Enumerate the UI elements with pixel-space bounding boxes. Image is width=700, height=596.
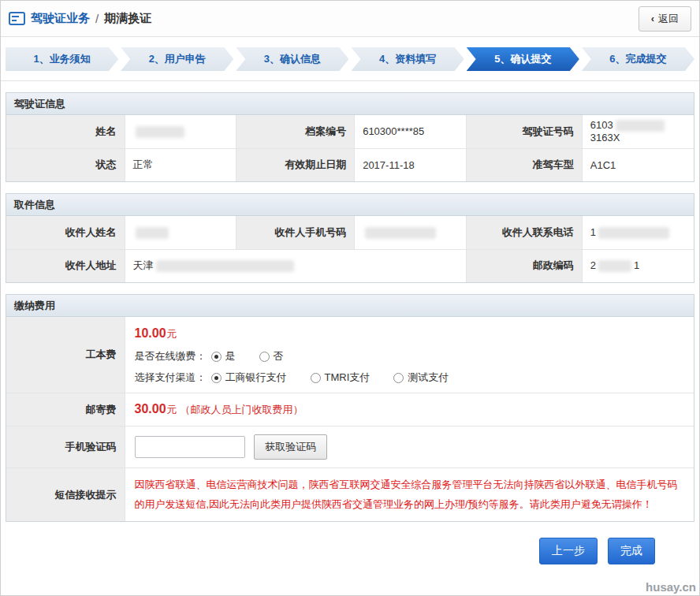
recipient-tel-value: 1 — [582, 216, 694, 249]
radio-online-pay-yes[interactable]: 是 — [211, 349, 236, 363]
recipient-name-value — [125, 216, 236, 249]
postage-value-cell: 30.00元（邮政人员上门收取费用） — [125, 393, 694, 427]
file-no-value: 610300****85 — [355, 115, 467, 148]
pickup-section-title: 取件信息 — [6, 194, 694, 216]
radio-icon — [311, 373, 321, 383]
table-row: 姓名 档案编号 610300****85 驾驶证号码 61033163X — [6, 115, 694, 148]
table-row: 邮寄费 30.00元（邮政人员上门收取费用） — [6, 393, 694, 427]
step-1-notice[interactable]: 1、业务须知 — [6, 47, 118, 71]
sms-tip-text: 因陕西省联通、电信运营商技术问题，陕西省互联网交通安全综合服务管理平台无法向持陕… — [125, 468, 694, 522]
pickup-info-section: 取件信息 收件人姓名 收件人手机号码 收件人联系电话 1 收件人地址 天津 邮政… — [6, 193, 694, 283]
prev-step-button[interactable]: 上一步 — [539, 538, 598, 564]
online-pay-label: 是否在线缴费： — [135, 349, 207, 363]
recipient-mobile-label: 收件人手机号码 — [236, 216, 355, 249]
name-value — [125, 115, 236, 148]
file-no-label: 档案编号 — [236, 115, 355, 148]
redacted-license-no — [616, 120, 665, 132]
table-row: 状态 正常 有效期止日期 2017-11-18 准驾车型 A1C1 — [6, 148, 694, 181]
address-value: 天津 — [125, 249, 466, 282]
get-code-button[interactable]: 获取验证码 — [254, 434, 327, 460]
postcode-value: 21 — [582, 249, 694, 282]
step-3-confirm-info[interactable]: 3、确认信息 — [236, 47, 348, 71]
redacted-recipient-tel — [598, 227, 669, 239]
sms-tip-label: 短信接收提示 — [6, 468, 125, 522]
step-6-complete[interactable]: 6、完成提交 — [582, 47, 694, 71]
radio-channel-test[interactable]: 测试支付 — [393, 371, 449, 385]
vehicle-type-value: A1C1 — [582, 148, 694, 181]
expiry-label: 有效期止日期 — [236, 148, 355, 181]
radio-icon — [211, 352, 222, 362]
postage-label: 邮寄费 — [6, 393, 125, 427]
radio-icon — [393, 373, 404, 383]
page-title-secondary: 期满换证 — [104, 11, 151, 26]
breadcrumb: 驾驶证业务 / 期满换证 — [9, 11, 151, 26]
divider — [1, 80, 699, 81]
redacted-address — [156, 260, 294, 272]
address-label: 收件人地址 — [6, 249, 125, 282]
header: 驾驶证业务 / 期满换证 ‹ 返回 — [1, 1, 699, 37]
license-renewal-page: 驾驶证业务 / 期满换证 ‹ 返回 1、业务须知 2、用户申告 3、确认信息 4… — [0, 0, 700, 596]
page-title-primary: 驾驶证业务 — [31, 11, 90, 26]
redacted-recipient-name — [136, 227, 169, 239]
pickup-info-table: 收件人姓名 收件人手机号码 收件人联系电话 1 收件人地址 天津 邮政编码 21 — [6, 216, 694, 282]
radio-icon — [259, 352, 270, 362]
breadcrumb-separator: / — [95, 12, 99, 25]
recipient-name-label: 收件人姓名 — [6, 216, 125, 249]
footer-actions: 上一步 完成 — [1, 538, 655, 564]
fees-section: 缴纳费用 工本费 10.00元 是否在线缴费： 是 — [6, 294, 694, 522]
status-value: 正常 — [125, 148, 236, 181]
step-wizard: 1、业务须知 2、用户申告 3、确认信息 4、资料填写 5、确认提交 6、完成提… — [6, 47, 694, 71]
redacted-recipient-mobile — [365, 227, 436, 239]
pay-channel-row: 选择支付渠道： 工商银行支付 TMRI支付 测试支付 — [135, 371, 685, 385]
redacted-postcode — [598, 260, 631, 272]
sms-code-label: 手机验证码 — [6, 427, 125, 468]
license-info-table: 姓名 档案编号 610300****85 驾驶证号码 61033163X 状态 … — [6, 115, 694, 181]
recipient-tel-label: 收件人联系电话 — [466, 216, 582, 249]
radio-channel-icbc[interactable]: 工商银行支付 — [211, 371, 287, 385]
postcode-label: 邮政编码 — [466, 249, 582, 282]
pay-channel-label: 选择支付渠道： — [135, 371, 207, 385]
sms-code-cell: 获取验证码 — [125, 427, 694, 468]
form-icon — [9, 12, 25, 25]
license-info-section: 驾驶证信息 姓名 档案编号 610300****85 驾驶证号码 6103316… — [6, 92, 694, 182]
fees-table: 工本费 10.00元 是否在线缴费： 是 否 — [6, 317, 694, 521]
status-label: 状态 — [6, 148, 125, 181]
step-5-confirm-submit[interactable]: 5、确认提交 — [467, 47, 579, 71]
watermark: husay.cn — [646, 580, 696, 594]
online-pay-row: 是否在线缴费： 是 否 — [135, 349, 685, 363]
recipient-mobile-value — [355, 216, 467, 249]
radio-icon — [211, 373, 222, 383]
table-row: 工本费 10.00元 是否在线缴费： 是 否 — [6, 317, 694, 393]
cost-amount: 10.00元 — [135, 326, 685, 341]
redacted-name — [136, 126, 184, 138]
license-no-value: 61033163X — [582, 115, 694, 148]
back-button-label: 返回 — [658, 12, 679, 26]
table-row: 收件人姓名 收件人手机号码 收件人联系电话 1 — [6, 216, 694, 249]
fees-section-title: 缴纳费用 — [6, 295, 694, 317]
sms-code-input[interactable] — [135, 436, 245, 458]
expiry-value: 2017-11-18 — [355, 148, 467, 181]
table-row: 收件人地址 天津 邮政编码 21 — [6, 249, 694, 282]
step-2-declaration[interactable]: 2、用户申告 — [121, 47, 233, 71]
step-4-fill-data[interactable]: 4、资料填写 — [352, 47, 464, 71]
radio-channel-tmri[interactable]: TMRI支付 — [311, 371, 370, 385]
table-row: 手机验证码 获取验证码 — [6, 427, 694, 468]
back-button[interactable]: ‹ 返回 — [639, 6, 691, 32]
back-arrow-icon: ‹ — [651, 13, 654, 24]
cost-label: 工本费 — [6, 317, 125, 393]
finish-button[interactable]: 完成 — [608, 538, 655, 564]
name-label: 姓名 — [6, 115, 125, 148]
radio-online-pay-no[interactable]: 否 — [259, 349, 284, 363]
license-no-label: 驾驶证号码 — [466, 115, 582, 148]
license-section-title: 驾驶证信息 — [6, 93, 694, 115]
vehicle-type-label: 准驾车型 — [466, 148, 582, 181]
table-row: 短信接收提示 因陕西省联通、电信运营商技术问题，陕西省互联网交通安全综合服务管理… — [6, 468, 694, 522]
cost-value-cell: 10.00元 是否在线缴费： 是 否 选择支 — [125, 317, 694, 393]
